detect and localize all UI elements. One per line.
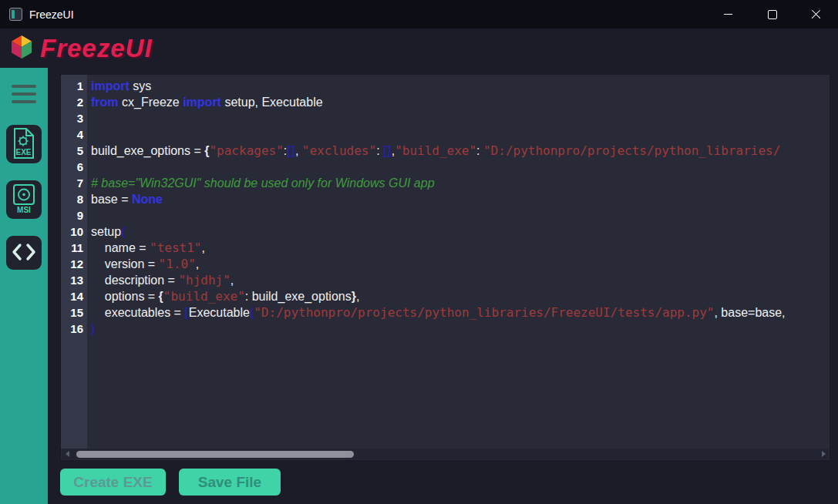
code-text: build_exe_options = {"packages":[], "exc… (87, 143, 780, 159)
action-buttons: Create EXE Save File (60, 469, 830, 496)
scroll-right-button[interactable] (818, 451, 829, 457)
scrollbar-track[interactable] (72, 449, 818, 459)
code-line[interactable]: 1import sys (61, 78, 830, 94)
maximize-button[interactable] (750, 0, 794, 29)
line-number: 5 (61, 143, 87, 159)
line-number: 2 (61, 94, 87, 110)
scroll-right-arrow-icon (822, 451, 826, 457)
line-number: 7 (61, 175, 87, 191)
titlebar-left: FreezeUI (0, 8, 74, 21)
line-number: 14 (61, 288, 87, 304)
scroll-left-arrow-icon (66, 451, 69, 457)
line-number: 6 (61, 159, 87, 175)
exe-icon-label: EXE (15, 148, 31, 156)
brand-title: FreezeUI (40, 34, 153, 63)
content-area: 1import sys2from cx_Freeze import setup,… (48, 68, 838, 504)
close-button[interactable] (794, 0, 838, 29)
code-text: name = "test1", (87, 240, 205, 256)
sidebar: EXE MSI (0, 68, 48, 504)
code-text: setup( (87, 223, 125, 240)
code-line[interactable]: 2from cx_Freeze import setup, Executable (61, 94, 830, 110)
code-editor[interactable]: 1import sys2from cx_Freeze import setup,… (60, 74, 830, 461)
menu-button[interactable] (12, 85, 36, 103)
code-text: # base="Win32GUI" should be used only fo… (87, 175, 435, 191)
minimize-icon (724, 14, 732, 15)
main-area: EXE MSI (0, 68, 838, 504)
code-text: description = "hjdhj", (87, 272, 234, 288)
code-lines: 1import sys2from cx_Freeze import setup,… (61, 75, 830, 449)
line-number: 11 (61, 240, 87, 256)
code-line[interactable]: 11 name = "test1", (61, 240, 830, 256)
code-view-button[interactable] (6, 236, 42, 270)
save-file-button[interactable]: Save File (179, 469, 281, 496)
code-line[interactable]: 5build_exe_options = {"packages":[], "ex… (61, 143, 830, 159)
code-text: from cx_Freeze import setup, Executable (87, 94, 323, 110)
code-text: options = {"build_exe": build_exe_option… (87, 288, 359, 304)
scrollbar-thumb[interactable] (76, 451, 354, 458)
window-title: FreezeUI (29, 8, 74, 21)
code-text: executables = [Executable("D:/pythonpro/… (87, 304, 786, 321)
line-number: 13 (61, 272, 87, 288)
create-msi-sidebar-button[interactable]: MSI (6, 180, 42, 219)
code-line[interactable]: 14 options = {"build_exe": build_exe_opt… (61, 288, 830, 304)
line-number: 3 (61, 110, 87, 126)
app-window-icon (9, 8, 22, 21)
app-window: FreezeUI FreezeUI (0, 0, 838, 504)
code-line[interactable]: 7# base="Win32GUI" should be used only f… (61, 175, 830, 191)
hamburger-icon (12, 85, 36, 103)
code-line[interactable]: 6 (61, 159, 830, 175)
code-text: version = "1.0", (87, 256, 199, 272)
code-line[interactable]: 8base = None (61, 191, 830, 207)
msi-icon-label: MSI (17, 206, 31, 214)
create-exe-sidebar-button[interactable]: EXE (6, 125, 42, 163)
code-brackets-icon (12, 241, 36, 265)
line-number: 15 (61, 304, 87, 321)
code-text (87, 110, 91, 126)
logo-cube-icon (10, 35, 33, 62)
code-text: ) (87, 321, 95, 337)
window-controls (706, 0, 838, 29)
line-number: 12 (61, 256, 87, 272)
line-number: 16 (61, 321, 87, 337)
code-line[interactable]: 15 executables = [Executable("D:/pythonp… (61, 304, 830, 321)
create-exe-button[interactable]: Create EXE (60, 469, 166, 496)
code-line[interactable]: 9 (61, 207, 830, 223)
app-header: FreezeUI (0, 29, 838, 68)
code-text: import sys (87, 78, 151, 94)
code-line[interactable]: 12 version = "1.0", (61, 256, 830, 272)
maximize-icon (768, 10, 777, 19)
minimize-button[interactable] (706, 0, 750, 29)
scroll-left-button[interactable] (62, 451, 72, 457)
code-text (87, 207, 91, 223)
line-number: 9 (61, 207, 87, 223)
titlebar: FreezeUI (0, 0, 838, 29)
line-number: 10 (61, 223, 87, 240)
line-number: 4 (61, 126, 87, 143)
code-line[interactable]: 16) (61, 321, 830, 337)
code-line[interactable]: 13 description = "hjdhj", (61, 272, 830, 288)
line-number: 1 (61, 78, 87, 94)
close-icon (811, 9, 821, 19)
code-text (87, 126, 91, 143)
msi-disc-icon: MSI (11, 183, 37, 217)
code-text: base = None (87, 191, 163, 207)
line-number: 8 (61, 191, 87, 207)
code-line[interactable]: 3 (61, 110, 830, 126)
exe-file-icon: EXE (11, 128, 37, 161)
horizontal-scrollbar[interactable] (62, 449, 829, 459)
code-text (87, 159, 91, 175)
code-line[interactable]: 10setup( (61, 223, 830, 240)
code-line[interactable]: 4 (61, 126, 830, 143)
